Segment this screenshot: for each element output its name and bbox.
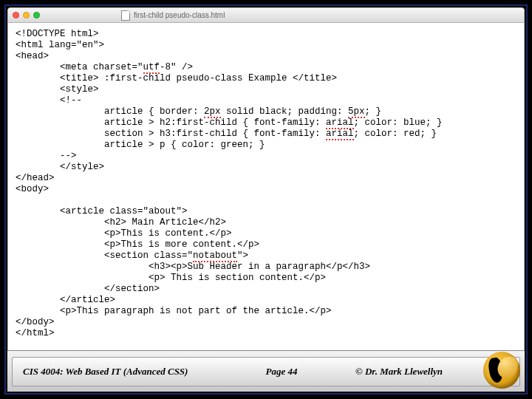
code-line: ; } — [365, 106, 382, 117]
code-line: </section> — [16, 284, 160, 294]
code-line: article > p { color: green; } — [16, 140, 265, 150]
code-line: <p>This is content.</p> — [16, 228, 232, 239]
code-line: <section class=" — [16, 250, 193, 261]
window-titlebar: first-child pseudo-class.html — [8, 8, 524, 23]
code-line: --> — [16, 151, 77, 161]
document-tab: first-child pseudo-class.html — [121, 10, 225, 21]
code-line: ; color: red; } — [354, 129, 437, 139]
code-line: <article class="about"> — [16, 206, 188, 216]
window-controls — [13, 12, 40, 18]
code-line: <!-- — [16, 95, 82, 106]
code-line: article > h2:first-child { font-family: — [16, 117, 326, 128]
code-line: <p> This is section content.</p> — [16, 273, 326, 283]
code-line: <meta charset=" — [16, 62, 143, 72]
code-line: <head> — [16, 51, 49, 61]
code-line: section > h3:first-child { font-family: — [16, 129, 326, 139]
course-title: CIS 4004: Web Based IT (Advanced CSS) — [23, 366, 208, 378]
code-line: article { border: — [16, 106, 204, 117]
editor-window: first-child pseudo-class.html <!DOCTYPE … — [7, 7, 525, 352]
spell-squiggle: arial — [326, 117, 354, 129]
code-line: </style> — [16, 162, 104, 172]
spell-squiggle: 5px — [348, 106, 365, 118]
code-line: </body> — [16, 317, 55, 327]
slide-frame: first-child pseudo-class.html <!DOCTYPE … — [4, 4, 528, 395]
code-line: <p>This paragraph is not part of the art… — [16, 306, 332, 316]
code-line: ; color: blue; } — [354, 117, 443, 128]
spell-squiggle: notabout — [193, 250, 237, 262]
page-number: Page 44 — [252, 366, 311, 378]
code-area: <!DOCTYPE html> <html lang="en"> <head> … — [8, 23, 524, 347]
code-line: solid black; padding: — [221, 106, 349, 117]
code-line: </article> — [16, 295, 115, 305]
code-line: "> — [237, 250, 248, 261]
code-line: -8" /> — [160, 62, 193, 72]
tab-filename: first-child pseudo-class.html — [134, 11, 225, 19]
close-icon[interactable] — [13, 12, 19, 18]
code-line: <title> :first-child pseudo-class Exampl… — [16, 73, 337, 83]
zoom-icon[interactable] — [33, 12, 40, 18]
code-line: <style> — [16, 84, 99, 95]
code-line: <html lang="en"> — [16, 40, 104, 50]
footer-bar: CIS 4004: Web Based IT (Advanced CSS) Pa… — [12, 357, 520, 386]
spell-squiggle: 2px — [204, 106, 221, 118]
spell-squiggle: arial — [326, 129, 354, 140]
ucf-pegasus-logo — [483, 352, 520, 389]
spell-squiggle: utf — [143, 62, 160, 74]
code-line: </head> — [16, 173, 55, 183]
code-line: <h2> Main Article</h2> — [16, 217, 226, 228]
minimize-icon[interactable] — [23, 12, 30, 18]
code-line: <p>This is more content.</p> — [16, 239, 259, 250]
code-line: </html> — [16, 328, 55, 338]
file-icon — [121, 10, 130, 21]
author-credit: © Dr. Mark Llewellyn — [355, 366, 443, 378]
slide-footer: CIS 4004: Web Based IT (Advanced CSS) Pa… — [7, 350, 525, 392]
code-line: <body> — [16, 184, 49, 194]
code-line: <!DOCTYPE html> — [16, 29, 99, 39]
code-line: <h3><p>Sub Header in a paragraph</p</h3> — [16, 262, 370, 272]
